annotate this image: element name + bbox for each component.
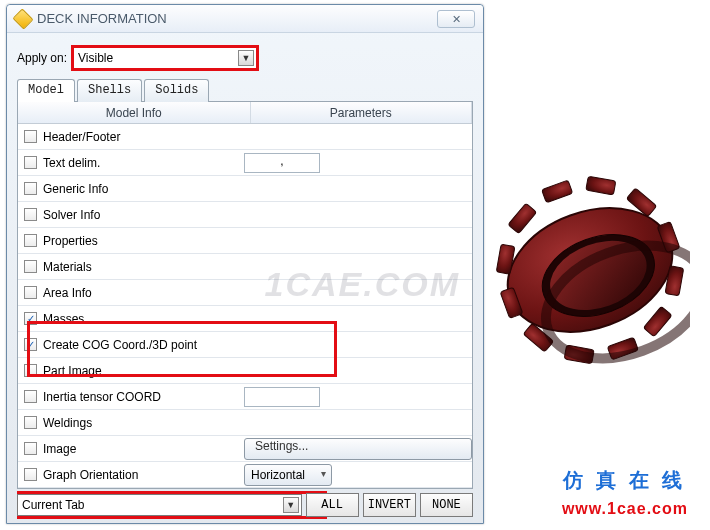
col-parameters[interactable]: Parameters xyxy=(251,102,472,123)
row-weldings[interactable]: Weldings xyxy=(18,410,472,436)
label-inertia_tensor: Inertia tensor COORD xyxy=(43,390,161,404)
checkbox-area_info[interactable] xyxy=(24,286,37,299)
scope-value: Current Tab xyxy=(22,498,84,512)
row-graph_orientation[interactable]: Graph OrientationHorizontal xyxy=(18,462,472,488)
label-materials: Materials xyxy=(43,260,92,274)
tabstrip: Model Shells Solids xyxy=(17,79,473,102)
row-solver_info[interactable]: Solver Info xyxy=(18,202,472,228)
row-generic_info[interactable]: Generic Info xyxy=(18,176,472,202)
checkbox-header_footer[interactable] xyxy=(24,130,37,143)
label-area_info: Area Info xyxy=(43,286,92,300)
label-graph_orientation: Graph Orientation xyxy=(43,468,138,482)
row-header_footer[interactable]: Header/Footer xyxy=(18,124,472,150)
svg-rect-6 xyxy=(542,180,573,203)
close-button[interactable]: ✕ xyxy=(437,10,475,28)
row-part_image[interactable]: Part Image xyxy=(18,358,472,384)
app-icon xyxy=(12,8,33,29)
row-text_delim[interactable]: Text delim., xyxy=(18,150,472,176)
none-button[interactable]: NONE xyxy=(420,493,473,517)
label-properties: Properties xyxy=(43,234,98,248)
brand-caption: 仿 真 在 线 xyxy=(563,467,686,494)
row-create_cog[interactable]: Create COG Coord./3D point xyxy=(18,332,472,358)
checkbox-part_image[interactable] xyxy=(24,364,37,377)
checkbox-weldings[interactable] xyxy=(24,416,37,429)
viewport-3d[interactable] xyxy=(490,140,690,390)
checkbox-materials[interactable] xyxy=(24,260,37,273)
apply-on-label: Apply on: xyxy=(17,51,67,65)
checkbox-graph_orientation[interactable] xyxy=(24,468,37,481)
watermark: 1CAE.COM xyxy=(265,265,460,304)
svg-rect-11 xyxy=(643,306,672,336)
label-generic_info: Generic Info xyxy=(43,182,108,196)
checkbox-generic_info[interactable] xyxy=(24,182,37,195)
tab-solids[interactable]: Solids xyxy=(144,79,209,102)
all-button[interactable]: ALL xyxy=(306,493,359,517)
orientation-select[interactable]: Horizontal xyxy=(244,464,332,486)
param-text_delim[interactable]: , xyxy=(244,153,320,173)
svg-rect-5 xyxy=(508,203,537,233)
label-header_footer: Header/Footer xyxy=(43,130,120,144)
window-title: DECK INFORMATION xyxy=(37,11,431,26)
svg-rect-7 xyxy=(586,176,616,195)
label-text_delim: Text delim. xyxy=(43,156,100,170)
invert-button[interactable]: INVERT xyxy=(363,493,416,517)
settings-button[interactable]: Settings... xyxy=(244,438,472,460)
scope-combo[interactable]: Current Tab ▼ xyxy=(17,494,302,516)
checkbox-create_cog[interactable] xyxy=(24,338,37,351)
checkbox-masses[interactable] xyxy=(24,312,37,325)
checkbox-image[interactable] xyxy=(24,442,37,455)
row-image[interactable]: ImageSettings... xyxy=(18,436,472,462)
checkbox-text_delim[interactable] xyxy=(24,156,37,169)
titlebar[interactable]: DECK INFORMATION ✕ xyxy=(7,5,483,33)
col-model-info[interactable]: Model Info xyxy=(18,102,251,123)
label-create_cog: Create COG Coord./3D point xyxy=(43,338,197,352)
apply-on-value: Visible xyxy=(78,51,113,65)
label-solver_info: Solver Info xyxy=(43,208,100,222)
row-masses[interactable]: Masses xyxy=(18,306,472,332)
row-properties[interactable]: Properties xyxy=(18,228,472,254)
checkbox-solver_info[interactable] xyxy=(24,208,37,221)
chevron-down-icon[interactable]: ▼ xyxy=(283,497,299,513)
label-weldings: Weldings xyxy=(43,416,92,430)
chevron-down-icon[interactable]: ▼ xyxy=(238,50,254,66)
checkbox-properties[interactable] xyxy=(24,234,37,247)
tab-model[interactable]: Model xyxy=(17,79,75,102)
apply-on-combo[interactable]: Visible ▼ xyxy=(73,47,257,69)
checkbox-inertia_tensor[interactable] xyxy=(24,390,37,403)
deck-information-dialog: DECK INFORMATION ✕ Apply on: Visible ▼ M… xyxy=(6,4,484,524)
param-inertia_tensor[interactable] xyxy=(244,387,320,407)
row-inertia_tensor[interactable]: Inertia tensor COORD xyxy=(18,384,472,410)
label-image: Image xyxy=(43,442,76,456)
tab-shells[interactable]: Shells xyxy=(77,79,142,102)
label-part_image: Part Image xyxy=(43,364,102,378)
label-masses: Masses xyxy=(43,312,84,326)
brand-url: www.1cae.com xyxy=(562,500,688,518)
